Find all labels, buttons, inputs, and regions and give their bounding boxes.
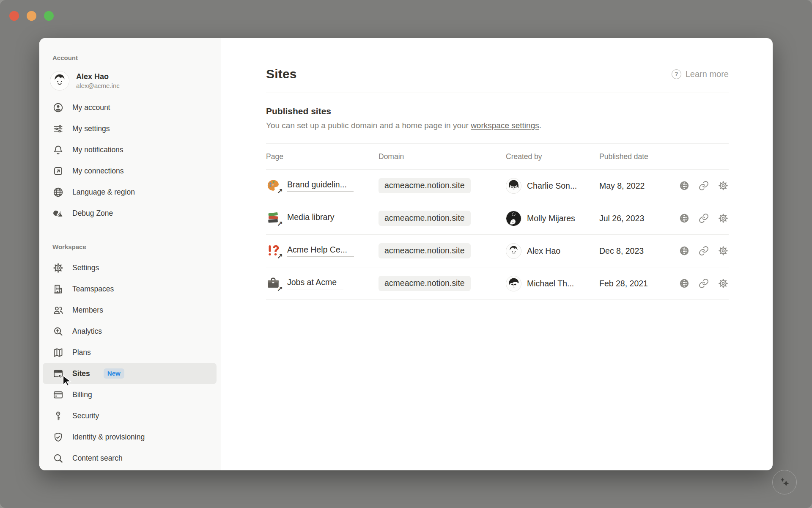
published-arrow-icon: ↗ xyxy=(277,188,283,195)
zoom-window-button[interactable] xyxy=(44,11,54,21)
palette-icon: ↗ xyxy=(266,178,281,193)
sliders-icon xyxy=(52,123,64,135)
sidebar-item-label: Plans xyxy=(72,348,91,357)
title-divider xyxy=(266,93,729,93)
row-actions xyxy=(670,278,729,289)
creator-name: Alex Hao xyxy=(527,246,560,256)
sidebar-item-label: Security xyxy=(72,412,99,420)
gear-icon xyxy=(52,262,64,274)
sidebar-item-label: Content search xyxy=(72,454,123,463)
ai-assistant-button[interactable] xyxy=(772,470,797,494)
sidebar-item-label: Analytics xyxy=(72,327,102,336)
copy-link-icon[interactable] xyxy=(698,245,709,257)
site-settings-gear-icon[interactable] xyxy=(717,180,729,192)
sidebar-item-label: My settings xyxy=(72,124,110,133)
domain-pill[interactable]: acmeacme.notion.site xyxy=(379,276,471,291)
sidebar-item-my-settings[interactable]: My settings xyxy=(43,118,217,139)
close-window-button[interactable] xyxy=(9,11,19,21)
page-link[interactable]: Acme Help Ce... xyxy=(287,245,354,257)
page-link[interactable]: Jobs at Acme xyxy=(287,277,343,289)
site-settings-gear-icon[interactable] xyxy=(717,245,729,257)
domain-cell: acmeacme.notion.site xyxy=(379,211,506,226)
globe-icon xyxy=(52,187,64,198)
page-cell: ↗Jobs at Acme xyxy=(266,276,379,291)
charlie-avatar xyxy=(506,178,521,194)
sidebar-item-language-region[interactable]: Language & region xyxy=(43,181,217,203)
domain-cell: acmeacme.notion.site xyxy=(379,243,506,258)
sidebar-item-settings[interactable]: Settings xyxy=(43,257,217,278)
published-arrow-icon: ↗ xyxy=(277,220,283,228)
learn-more-link[interactable]: ? Learn more xyxy=(672,69,729,79)
sidebar-item-label: Teamspaces xyxy=(72,285,114,294)
sidebar-item-debug-zone[interactable]: Debug Zone xyxy=(43,203,217,224)
site-row: ↗Acme Help Ce...acmeacme.notion.siteAlex… xyxy=(266,235,729,267)
credit-card-icon xyxy=(52,389,64,401)
sidebar-item-identity-provisioning[interactable]: Identity & provisioning xyxy=(43,426,217,448)
description-period: . xyxy=(539,121,541,130)
app-window: Account Alex Hao alex@acme.inc My accoun… xyxy=(0,0,812,508)
sidebar-item-billing[interactable]: Billing xyxy=(43,384,217,405)
sidebar-item-members[interactable]: Members xyxy=(43,299,217,321)
column-header-published-date: Published date xyxy=(599,152,670,161)
sidebar-item-label: Billing xyxy=(72,390,92,399)
minimize-window-button[interactable] xyxy=(27,11,36,21)
copy-link-icon[interactable] xyxy=(698,213,709,224)
site-settings-gear-icon[interactable] xyxy=(717,213,729,224)
view-site-globe-icon[interactable] xyxy=(678,213,690,224)
exclamation-question-icon: ↗ xyxy=(266,243,281,258)
sidebar-item-label: Language & region xyxy=(72,188,135,197)
page-cell: ↗Brand guidelin... xyxy=(266,178,379,193)
sidebar-item-sites[interactable]: SitesNew xyxy=(43,363,217,384)
published-date: May 8, 2022 xyxy=(599,181,670,191)
sidebar-item-my-account[interactable]: My account xyxy=(43,97,217,118)
sidebar-item-label: Debug Zone xyxy=(72,209,113,218)
workspace-settings-link[interactable]: workspace settings xyxy=(471,121,539,130)
domain-pill[interactable]: acmeacme.notion.site xyxy=(379,243,471,258)
view-site-globe-icon[interactable] xyxy=(678,245,690,257)
search-icon xyxy=(52,453,64,464)
sidebar-item-plans[interactable]: Plans xyxy=(43,342,217,363)
sidebar-item-my-connections[interactable]: My connections xyxy=(43,160,217,181)
settings-dialog: Account Alex Hao alex@acme.inc My accoun… xyxy=(39,38,773,470)
sidebar-item-label: My connections xyxy=(72,167,124,176)
copy-link-icon[interactable] xyxy=(698,278,709,289)
page-link[interactable]: Brand guidelin... xyxy=(287,180,354,192)
published-date: Jul 26, 2023 xyxy=(599,214,670,223)
domain-pill[interactable]: acmeacme.notion.site xyxy=(379,178,471,193)
alex-avatar xyxy=(506,243,521,259)
user-name: Alex Hao xyxy=(76,72,120,82)
published-sites-description: You can set up a public domain and a hom… xyxy=(266,120,729,131)
published-sites-table: PageDomainCreated byPublished date ↗Bran… xyxy=(266,143,729,300)
creator-name: Molly Mijares xyxy=(527,214,575,223)
sidebar-item-security[interactable]: Security xyxy=(43,405,217,426)
published-date: Dec 8, 2023 xyxy=(599,246,670,256)
published-arrow-icon: ↗ xyxy=(277,253,283,260)
building-icon xyxy=(52,283,64,295)
person-circle-icon xyxy=(52,102,64,113)
members-icon xyxy=(52,305,64,316)
domain-cell: acmeacme.notion.site xyxy=(379,276,506,291)
sidebar-item-teamspaces[interactable]: Teamspaces xyxy=(43,278,217,299)
page-title: Sites xyxy=(266,67,297,81)
creator-name: Michael Th... xyxy=(527,279,574,288)
site-settings-gear-icon[interactable] xyxy=(717,278,729,289)
sidebar-spacer xyxy=(39,224,221,242)
created-by-cell: Michael Th... xyxy=(506,276,599,291)
published-sites-heading: Published sites xyxy=(266,106,729,116)
workspace-section-header: Workspace xyxy=(39,242,221,252)
sidebar-user[interactable]: Alex Hao alex@acme.inc xyxy=(39,68,221,93)
key-icon xyxy=(52,410,64,422)
sites-panel: Sites ? Learn more Published sites You c… xyxy=(221,38,773,470)
page-link[interactable]: Media library xyxy=(287,212,341,224)
molly-avatar xyxy=(506,211,521,226)
sidebar-item-analytics[interactable]: Analytics xyxy=(43,321,217,342)
view-site-globe-icon[interactable] xyxy=(678,180,690,192)
copy-link-icon[interactable] xyxy=(698,180,709,192)
row-actions xyxy=(670,245,729,257)
sidebar-item-content-search[interactable]: Content search xyxy=(43,448,217,469)
created-by-cell: Alex Hao xyxy=(506,243,599,259)
sidebar-item-my-notifications[interactable]: My notifications xyxy=(43,139,217,160)
view-site-globe-icon[interactable] xyxy=(678,278,690,289)
domain-pill[interactable]: acmeacme.notion.site xyxy=(379,211,471,226)
books-icon: ↗ xyxy=(266,211,281,226)
